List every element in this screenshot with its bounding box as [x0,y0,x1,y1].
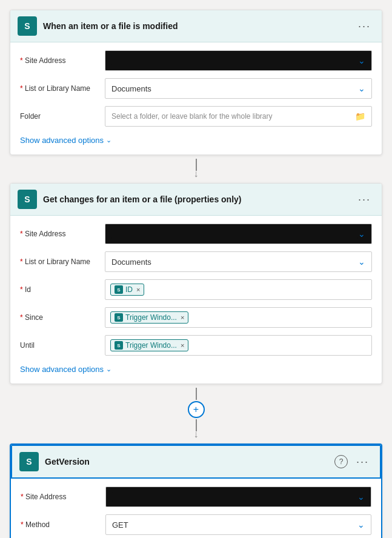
trigger-site-address-label: * Site Address [20,56,105,65]
trigger-advanced-chevron-icon: ⌄ [106,136,111,144]
getversion-actions: ? ··· [334,454,373,470]
id-token: S ID × [110,284,144,296]
action-until-label: Until [20,341,105,350]
action-site-address-row: * Site Address ⌄ [20,223,372,245]
getversion-help-button[interactable]: ? [334,455,348,468]
trigger-more-button[interactable]: ··· [354,19,374,34]
trigger-library-input[interactable]: Documents ⌄ [105,78,372,99]
until-token: S Trigger Windo... × [110,339,188,351]
help-icon: ? [339,457,344,466]
trigger-folder-placeholder: Select a folder, or leave blank for the … [111,112,272,121]
getversion-site-address-input[interactable]: ⌄ [105,487,371,507]
getversion-more-button[interactable]: ··· [353,454,373,470]
trigger-show-advanced-label: Show advanced options [20,136,104,145]
action-card: S Get changes for an item or a file (pro… [10,183,382,384]
since-token: S Trigger Windo... × [110,311,188,324]
action-library-label: * List or Library Name [20,257,105,266]
connector-1: ↓ [194,155,199,183]
flow-container: S When an item or a file is modified ···… [10,10,382,538]
trigger-title: When an item or a file is modified [43,21,354,31]
trigger-library-value: Documents [111,84,151,93]
id-token-close[interactable]: × [136,286,140,293]
action-library-value: Documents [111,257,151,267]
trigger-icon: S [18,16,37,36]
getversion-card: S GetVersion ? ··· * Site Address ⌄ [10,443,382,538]
getversion-method-label: * Method [21,520,105,529]
trigger-actions: ··· [354,19,374,34]
trigger-folder-row: Folder Select a folder, or leave blank f… [20,105,372,127]
getversion-method-arrow: ⌄ [357,520,365,530]
id-token-icon: S [115,285,123,294]
trigger-library-row: * List or Library Name Documents ⌄ [20,78,372,99]
action-since-row: * Since S Trigger Windo... × [20,307,372,328]
action-site-address-input[interactable]: ⌄ [105,224,372,244]
id-token-label: ID [125,285,133,294]
getversion-card-body: * Site Address ⌄ * Method GET ⌄ [11,479,381,538]
action-advanced-chevron-icon: ⌄ [106,365,111,373]
folder-icon: 📁 [355,111,365,121]
action-until-row: Until S Trigger Windo... × [20,334,372,356]
trigger-card-header: S When an item or a file is modified ··· [10,10,382,42]
trigger-card: S When an item or a file is modified ···… [10,10,382,155]
action-library-input[interactable]: Documents ⌄ [105,251,372,272]
action-id-label: * Id [20,285,105,294]
getversion-title: GetVersion [45,457,334,467]
add-step-button[interactable]: + [188,401,205,418]
trigger-library-arrow: ⌄ [358,84,365,93]
getversion-method-value: GET [112,520,128,530]
until-token-label: Trigger Windo... [125,341,177,350]
trigger-site-address-arrow: ⌄ [358,56,365,65]
trigger-folder-label: Folder [20,112,105,121]
action-id-input[interactable]: S ID × [105,279,372,300]
action-library-row: * List or Library Name Documents ⌄ [20,251,372,273]
action-site-address-label: * Site Address [20,230,105,238]
action-id-row: * Id S ID × [20,279,372,301]
action-site-address-arrow: ⌄ [358,229,365,239]
action-icon: S [18,190,37,209]
trigger-site-address-row: * Site Address ⌄ [20,50,372,71]
since-token-icon: S [115,313,123,322]
since-token-close[interactable]: × [181,314,184,321]
action-until-input[interactable]: S Trigger Windo... × [105,335,372,356]
getversion-card-header: S GetVersion ? ··· [11,445,381,479]
action-show-advanced-label: Show advanced options [20,365,104,374]
trigger-library-label: * List or Library Name [20,84,105,93]
connector-1-arrow-icon: ↓ [194,168,199,179]
connector-2-arrow-icon: ↓ [194,429,199,440]
trigger-site-address-input[interactable]: ⌄ [105,50,372,71]
getversion-method-input[interactable]: GET ⌄ [105,514,371,535]
action-since-input[interactable]: S Trigger Windo... × [105,307,372,328]
action-show-advanced-button[interactable]: Show advanced options ⌄ [20,362,111,376]
getversion-site-address-label: * Site Address [21,493,105,501]
connector-2-line-top [196,388,197,400]
until-token-icon: S [115,341,123,350]
action-title: Get changes for an item or a file (prope… [43,194,354,204]
action-card-header: S Get changes for an item or a file (pro… [10,184,382,216]
action-since-label: * Since [20,313,105,322]
action-actions: ··· [354,192,374,207]
action-library-arrow: ⌄ [358,257,365,267]
getversion-site-address-row: * Site Address ⌄ [21,486,371,508]
trigger-card-body: * Site Address ⌄ * List or Library Name … [10,42,382,154]
trigger-show-advanced-button[interactable]: Show advanced options ⌄ [20,133,111,147]
since-token-label: Trigger Windo... [125,313,177,322]
getversion-site-address-arrow: ⌄ [357,492,365,502]
action-more-button[interactable]: ··· [354,192,374,207]
action-card-body: * Site Address ⌄ * List or Library Name … [10,216,382,384]
until-token-close[interactable]: × [181,342,184,349]
getversion-icon: S [19,452,39,471]
connector-2: + ↓ [188,384,205,443]
trigger-folder-input[interactable]: Select a folder, or leave blank for the … [105,106,372,127]
plus-icon: + [193,404,199,415]
getversion-method-row: * Method GET ⌄ [21,514,371,536]
